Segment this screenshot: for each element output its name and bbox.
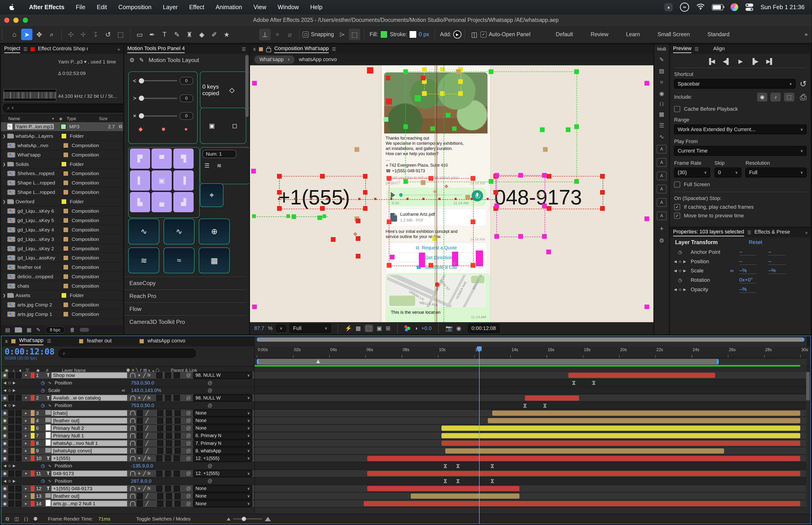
workspace-default[interactable]: Default — [556, 31, 573, 38]
guides-icon[interactable]: ⊞ — [386, 325, 390, 332]
tab-preview[interactable]: Preview — [673, 45, 691, 53]
auto-open-panel-checkbox[interactable]: ✓ — [480, 31, 487, 38]
bit-depth-button[interactable]: 8 bpc — [45, 326, 65, 333]
label-color-swatch[interactable] — [63, 190, 68, 195]
eraser-tool-icon[interactable]: ◆ — [196, 29, 208, 40]
layer-name[interactable]: Primary Null 2 — [51, 425, 128, 431]
layer-label-chip[interactable] — [31, 418, 34, 423]
layer-duration-bar[interactable] — [364, 501, 800, 506]
zoom-dropdown[interactable]: ∨ — [276, 325, 286, 332]
anchor-center-tool[interactable]: ⌖ — [200, 183, 224, 207]
layer-label-chip[interactable] — [31, 455, 34, 461]
work-area-marker[interactable] — [316, 359, 320, 363]
layer-expand-icon[interactable]: ▸ — [22, 434, 29, 438]
layer-expand-icon[interactable]: ▾ — [22, 373, 29, 377]
label-color-swatch[interactable] — [63, 246, 68, 252]
timeline-layer-row[interactable]: ◉▸14arts.jp...mp 2 Null 1╱@None∨ — [1, 500, 254, 508]
label-color-swatch[interactable] — [63, 152, 68, 158]
keyframe-icon[interactable]: ⋈ — [443, 464, 448, 468]
comp-tab-close-icon[interactable]: x — [253, 46, 256, 52]
include-overlays-icon[interactable]: ⬚ — [784, 93, 794, 101]
project-item[interactable]: ❯whatsAp...LayersFolder — [1, 132, 123, 141]
label-color-swatch[interactable] — [61, 133, 67, 139]
tab-properties[interactable]: Properties: 103 layers selected — [673, 229, 744, 236]
property-value[interactable]: 143.0,143.0% — [131, 388, 161, 393]
timeline-property-track[interactable]: ⋈⋈ — [255, 402, 807, 409]
layer-expand-icon[interactable]: ▸ — [22, 494, 29, 498]
timeline-layer-row[interactable]: ◉▸9[whatsApp convo]╱@8. whatsApp∨ — [1, 447, 254, 455]
preview-resolution-dropdown[interactable]: Full∨ — [746, 168, 807, 177]
action-schedule-call[interactable]: ☎Schedule a Call — [387, 262, 486, 272]
timeline-search-input[interactable]: ⌕ — [59, 349, 196, 358]
property-row-rotation[interactable]: ◷Rotation0x+0° — [670, 275, 811, 285]
mob-preset-a5[interactable]: A — [657, 198, 666, 207]
timeline-layer-track[interactable] — [255, 372, 807, 379]
keyframe-icon[interactable]: ⋈ — [523, 403, 528, 408]
tab-timeline-whatsapp[interactable]: What'sapp — [19, 337, 43, 345]
property-value[interactable]: 287.8,0.0 — [131, 478, 151, 484]
ease-in-out-tool[interactable]: ≋ — [128, 247, 159, 273]
tab-motion-tools[interactable]: Motion Tools Pro Panel 4 — [127, 45, 185, 53]
home-tool-icon[interactable]: ⌂ — [9, 29, 20, 40]
plugin-item-camera3d-toolkit-pro[interactable]: Camera3D Toolkit Pro — [124, 315, 246, 328]
voice-message-bubble[interactable]: 0:20 11.14 AM — [387, 188, 486, 206]
label-color-swatch[interactable] — [63, 302, 68, 308]
exposure-icon[interactable]: ◑ — [414, 325, 418, 332]
keyframe-velocity-slider[interactable]: <0 — [129, 72, 197, 90]
anchor-grid-7[interactable]: ▄ — [152, 192, 172, 212]
add-keyframe-icon[interactable]: ◇ — [7, 464, 12, 468]
range-dropdown[interactable]: Work Area Extended By Current...∨ — [674, 124, 807, 134]
layer-expand-icon[interactable]: ▸ — [22, 426, 29, 430]
layer-label-chip[interactable] — [31, 410, 34, 416]
tab-project[interactable]: Project — [4, 45, 20, 53]
project-item[interactable]: ❯AssetsFolder — [1, 291, 123, 300]
parent-link-dropdown[interactable]: 12. +1(555)∨ — [193, 455, 252, 462]
timeline-layer-row[interactable]: ◉▾11T048-9173✳╱fx@12. +1(555)∨ — [1, 470, 254, 478]
project-item[interactable]: feather outComposition — [1, 263, 123, 272]
breadcrumb-main-comp[interactable]: What'sapp ‹ — [254, 56, 295, 64]
expand-icon[interactable]: ❯ — [1, 199, 7, 204]
snapping-checkbox[interactable]: ◻ — [303, 31, 309, 38]
parent-link-dropdown[interactable]: None∨ — [193, 409, 252, 417]
control-center-icon[interactable] — [746, 3, 753, 11]
parent-link-dropdown[interactable]: None∨ — [193, 485, 252, 492]
flowchart-icon[interactable]: ◫ — [14, 516, 19, 522]
timeline-layer-row[interactable]: ◉▾10T+1(555)✳╱fx@12. +1(555)∨ — [1, 455, 254, 462]
layer-visibility-icon[interactable]: ◉ — [1, 410, 8, 416]
pen-tool-icon[interactable]: ✒ — [147, 29, 158, 40]
mob-curve-icon[interactable]: ∿ — [659, 134, 664, 140]
project-item[interactable]: gd_Liqu...assKeyComposition — [1, 253, 123, 263]
project-panel-menu-icon[interactable]: ☰ — [23, 46, 28, 52]
mob-crop-icon[interactable]: ⌗ — [660, 79, 663, 86]
pdf-attachment-card[interactable]: Luoframe Artz.pdf 1.2 MB · PDF — [387, 209, 486, 226]
property-name[interactable]: Position — [55, 478, 72, 484]
list-align-icon[interactable]: ☰ — [204, 162, 210, 169]
property-value[interactable]: 753.0,50.0 — [131, 380, 154, 386]
anchor-grid-8[interactable]: ▟ — [173, 192, 194, 212]
timeline-layer-track[interactable] — [255, 500, 807, 508]
label-color-swatch[interactable] — [63, 208, 68, 214]
property-value[interactable]: 753.0,50.0 — [131, 403, 154, 408]
timeline-property-track[interactable]: ⋈⋈ — [255, 379, 807, 387]
layer-duration-bar[interactable] — [568, 373, 715, 378]
map-message-bubble[interactable]: URBAN LN WELLS AVE HOMER AVE BRYANT S HI… — [386, 273, 490, 322]
layer-visibility-icon[interactable]: ◉ — [1, 373, 8, 378]
timeline-layer-track[interactable] — [255, 485, 807, 493]
layer-duration-bar[interactable] — [367, 486, 520, 491]
next-keyframe-icon[interactable]: ▶ — [12, 464, 16, 468]
zoom-level-value[interactable]: 87.7 — [254, 325, 264, 331]
mob-list-icon[interactable]: ☰ — [659, 122, 664, 129]
layer-expand-icon[interactable]: ▸ — [22, 441, 29, 445]
stopwatch-icon[interactable]: ◷ — [41, 388, 45, 393]
prev-keyframe-icon[interactable]: ◀ — [3, 403, 7, 407]
timeline-layer-row[interactable]: ◉▸7Primary Null 1╱@6. Primary N∨ — [1, 432, 254, 440]
layer-visibility-icon[interactable]: ◉ — [1, 471, 8, 476]
mob-label[interactable]: MoB — [657, 46, 666, 52]
project-item[interactable]: ❯SolidsFolder — [1, 160, 123, 169]
project-item[interactable]: Shape L...roppedComposition — [1, 178, 123, 188]
keyframe-icon[interactable]: ⋈ — [455, 464, 461, 468]
layer-visibility-icon[interactable]: ◉ — [1, 448, 8, 453]
snap-options-icon[interactable]: ⌲ — [336, 29, 348, 40]
action-request-quote[interactable]: ⧉Request a Quote — [387, 242, 486, 253]
keyframe-icon[interactable]: ⋈ — [490, 479, 495, 484]
